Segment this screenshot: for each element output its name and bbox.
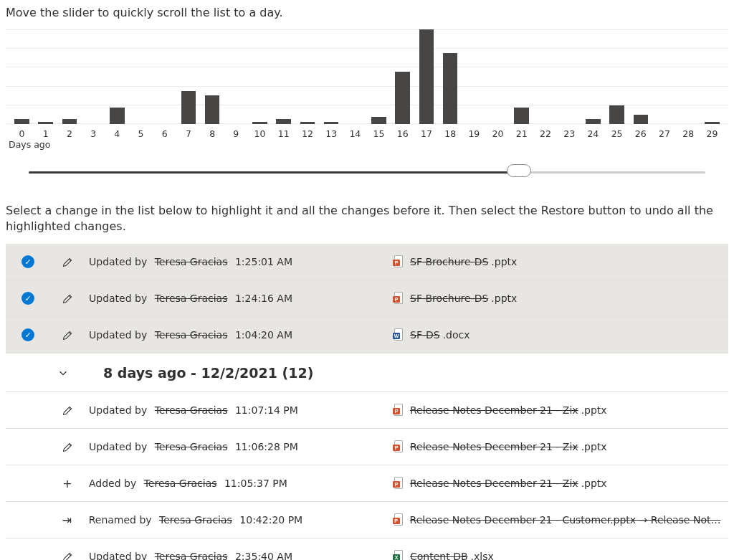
file-name: Release Notes December 21 - Customer.ppt… — [410, 514, 723, 526]
change-description: Updated by Teresa Gracias 1:24:16 AM — [89, 293, 387, 304]
slider-instruction: Move the slider to quickly scroll the li… — [6, 6, 728, 19]
list-instruction: Select a change in the list below to hig… — [6, 203, 728, 234]
word-icon: W — [393, 328, 404, 341]
powerpoint-icon: P — [393, 404, 404, 417]
change-description: Updated by Teresa Gracias 1:04:20 AM — [89, 329, 387, 341]
pencil-icon — [48, 256, 87, 268]
change-row[interactable]: Updated by Teresa Gracias 11:06:28 PM P … — [6, 429, 728, 465]
change-row[interactable]: Updated by Teresa Gracias 2:35:40 AM X C… — [6, 538, 728, 560]
powerpoint-icon: P — [393, 477, 404, 490]
rename-icon: ⇥ — [48, 513, 87, 527]
pencil-icon — [48, 329, 87, 341]
file-name: SF-Brochure-DS.pptx — [410, 293, 723, 304]
file-name: Release Notes December 21 - Zix.pptx — [410, 404, 723, 416]
slider-thumb[interactable] — [507, 164, 531, 177]
pencil-icon — [48, 551, 87, 560]
change-description: Added by Teresa Gracias 11:05:37 PM — [89, 478, 387, 489]
select-checkbox[interactable] — [22, 328, 46, 341]
chart-axis-label: Days ago — [6, 139, 728, 157]
change-row[interactable]: + Added by Teresa Gracias 11:05:37 PM P … — [6, 465, 728, 502]
change-description: Updated by Teresa Gracias 2:35:40 AM — [89, 551, 387, 560]
excel-icon: X — [393, 550, 404, 560]
file-name: Release Notes December 21 - Zix.pptx — [410, 441, 723, 452]
group-title: 8 days ago - 12/2/2021 (12) — [103, 365, 313, 381]
pencil-icon — [48, 441, 87, 453]
changes-list-selected: Updated by Teresa Gracias 1:25:01 AM P S… — [6, 244, 728, 353]
changes-list-group: Updated by Teresa Gracias 11:07:14 PM P … — [6, 392, 728, 560]
change-row[interactable]: Updated by Teresa Gracias 1:25:01 AM P S… — [6, 244, 728, 280]
powerpoint-icon: P — [393, 440, 404, 453]
pencil-icon — [48, 293, 87, 305]
add-icon: + — [48, 477, 87, 490]
change-description: Renamed by Teresa Gracias 10:42:20 PM — [89, 514, 387, 526]
file-name: Release Notes December 21 - Zix.pptx — [410, 478, 723, 489]
select-checkbox[interactable] — [22, 255, 46, 268]
activity-bar-chart — [6, 29, 728, 124]
select-checkbox[interactable] — [22, 292, 46, 305]
change-row[interactable]: Updated by Teresa Gracias 1:04:20 AM W S… — [6, 317, 728, 353]
change-row[interactable]: Updated by Teresa Gracias 1:24:16 AM P S… — [6, 280, 728, 317]
file-name: SF-Brochure-DS.pptx — [410, 256, 723, 267]
chart-x-axis: 2928272625242322212019181716151413121110… — [6, 124, 728, 139]
file-name: Content DB.xlsx — [410, 551, 723, 560]
chevron-down-icon[interactable] — [57, 367, 69, 379]
group-header[interactable]: 8 days ago - 12/2/2021 (12) — [6, 353, 728, 392]
powerpoint-icon: P — [393, 255, 404, 268]
change-row[interactable]: ⇥ Renamed by Teresa Gracias 10:42:20 PM … — [6, 502, 728, 538]
day-slider[interactable] — [29, 164, 705, 181]
powerpoint-icon: P — [393, 513, 404, 526]
pencil-icon — [48, 404, 87, 417]
change-description: Updated by Teresa Gracias 11:07:14 PM — [89, 404, 387, 416]
change-row[interactable]: Updated by Teresa Gracias 11:07:14 PM P … — [6, 392, 728, 429]
powerpoint-icon: P — [393, 292, 404, 305]
file-name: SF-DS.docx — [410, 329, 723, 341]
change-description: Updated by Teresa Gracias 11:06:28 PM — [89, 441, 387, 452]
change-description: Updated by Teresa Gracias 1:25:01 AM — [89, 256, 387, 267]
